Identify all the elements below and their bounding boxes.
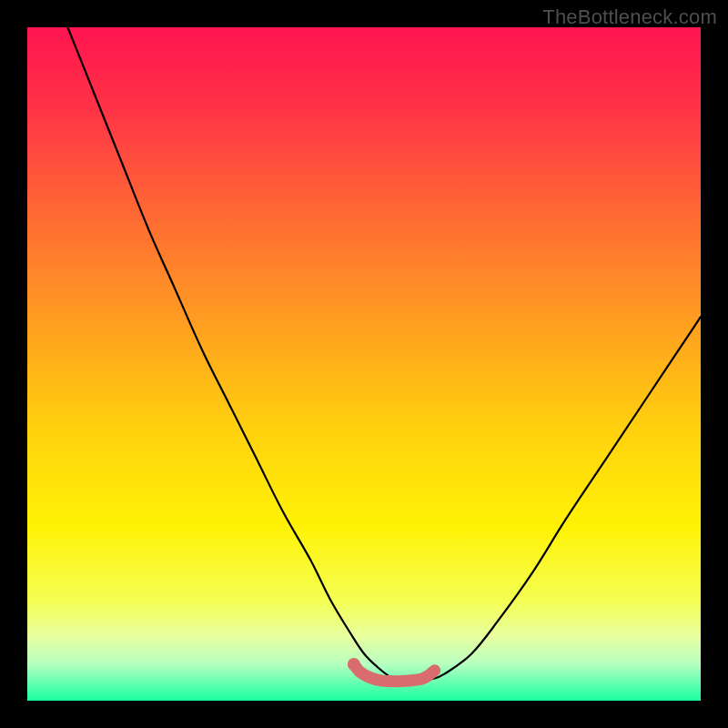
optimal-start-dot — [348, 658, 360, 671]
plot-area — [27, 27, 701, 701]
chart-svg — [27, 27, 701, 701]
watermark-text: TheBottleneck.com — [542, 5, 717, 29]
outer-frame: TheBottleneck.com — [0, 0, 728, 728]
bottleneck-curve — [67, 27, 701, 681]
optimal-range-marker — [354, 664, 435, 682]
